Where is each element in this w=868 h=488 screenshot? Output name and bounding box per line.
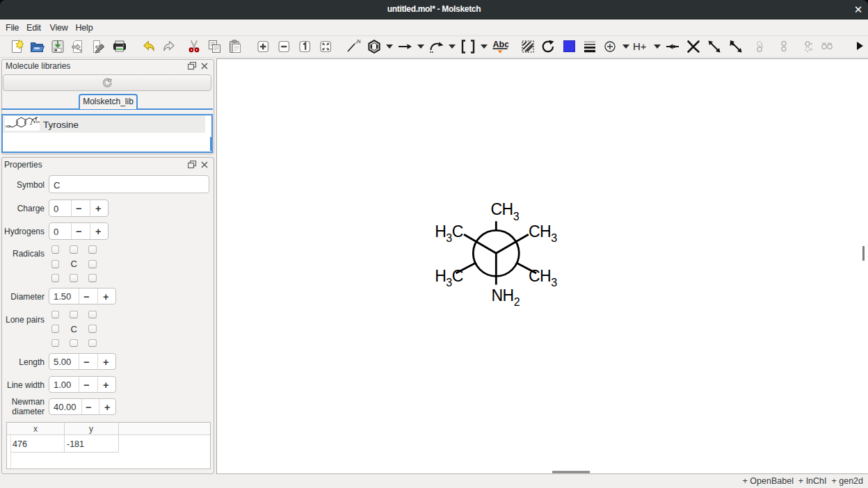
svg-text:O: O [35, 116, 38, 120]
svg-text:H3C: H3C [435, 267, 463, 289]
svg-text:H: H [30, 122, 32, 126]
svg-text:CH3: CH3 [491, 200, 520, 222]
svg-text:HO: HO [6, 125, 10, 129]
svg-text:N: N [357, 39, 361, 44]
svg-text:Abc: Abc [493, 40, 509, 49]
svg-text:CH3: CH3 [529, 267, 557, 289]
svg-text:NH: NH [36, 120, 40, 124]
svg-text:NH2: NH2 [492, 286, 520, 309]
svg-text:H3C: H3C [435, 222, 463, 245]
svg-text:CH3: CH3 [529, 222, 557, 245]
